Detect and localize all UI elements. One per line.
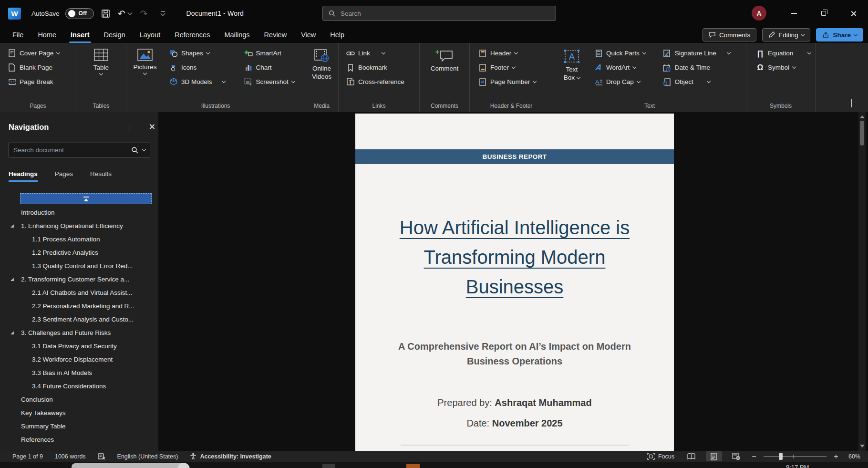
collapse-triangle-icon[interactable]: ◢ <box>10 277 21 281</box>
close-button[interactable] <box>838 0 868 27</box>
heading-item[interactable]: ◢1. Enhancing Operational Efficiency <box>0 219 158 232</box>
date-time-button[interactable]: Date & Time <box>659 61 734 74</box>
table-button[interactable]: Table <box>93 47 109 99</box>
footer-button[interactable]: Footer <box>475 61 540 74</box>
business-report-banner[interactable]: BUSINESS REPORT <box>355 149 674 164</box>
heading-item[interactable]: References <box>0 433 158 446</box>
heading-item[interactable]: 1.3 Quality Control and Error Red... <box>0 259 158 272</box>
zoom-out-button[interactable]: − <box>751 452 757 461</box>
share-button[interactable]: Share <box>816 28 863 42</box>
proofing-errors-button[interactable] <box>95 453 108 460</box>
tab-view[interactable]: View <box>294 27 323 43</box>
tab-review[interactable]: Review <box>257 27 294 43</box>
bookmark-button[interactable]: Bookmark <box>342 61 408 74</box>
cross-reference-button[interactable]: Cross-reference <box>342 75 408 88</box>
document-main-title[interactable]: How Artificial Intelligence is Transform… <box>355 213 674 302</box>
link-button[interactable]: Link <box>342 47 408 60</box>
heading-item[interactable]: 3.2 Workforce Displacement <box>0 353 158 366</box>
editing-button[interactable]: Editing <box>762 28 810 42</box>
page-number-button[interactable]: Page Number <box>475 75 540 88</box>
zoom-percentage[interactable]: 60% <box>846 453 863 460</box>
object-button[interactable]: Object <box>659 75 734 88</box>
heading-item[interactable]: 3.1 Data Privacy and Security <box>0 339 158 353</box>
language-selector[interactable]: English (United States) <box>114 453 181 460</box>
nav-search-input[interactable] <box>13 146 127 154</box>
tab-insert[interactable]: Insert <box>63 27 97 43</box>
heading-item[interactable]: Key Takeaways <box>0 406 158 419</box>
heading-item[interactable]: 3.3 Bias in AI Models <box>0 366 158 379</box>
heading-item[interactable]: Conclusion <box>0 393 158 406</box>
zoom-slider-thumb[interactable] <box>779 453 783 460</box>
wordart-button[interactable]: A WordArt <box>590 61 650 74</box>
tab-design[interactable]: Design <box>97 27 133 43</box>
nav-tab-pages[interactable]: Pages <box>55 170 73 182</box>
page-info[interactable]: Page 1 of 9 <box>10 453 46 460</box>
read-mode-button[interactable] <box>683 451 700 461</box>
nav-tab-results[interactable]: Results <box>90 170 112 182</box>
shapes-button[interactable]: Shapes <box>165 47 229 60</box>
word-count[interactable]: 1006 words <box>52 453 89 460</box>
document-subtitle[interactable]: A Comprehensive Report on AI’s Impact on… <box>355 339 674 369</box>
undo-button[interactable]: ↶ <box>118 6 132 21</box>
minimize-button[interactable] <box>779 0 809 27</box>
tab-layout[interactable]: Layout <box>133 27 168 43</box>
cover-page-button[interactable]: Cover Page <box>4 47 63 60</box>
heading-item[interactable]: 3.4 Future Considerations <box>0 379 158 393</box>
focus-mode-button[interactable]: Focus <box>644 453 677 460</box>
pane-options-button[interactable] <box>130 125 130 133</box>
scroll-down-arrow[interactable] <box>860 445 865 447</box>
equation-button[interactable]: ∏ Equation <box>752 47 815 60</box>
heading-item[interactable]: Introduction <box>0 206 158 219</box>
collapse-triangle-icon[interactable]: ◢ <box>10 330 21 335</box>
pictures-button[interactable]: Pictures <box>129 47 161 99</box>
heading-item[interactable]: ◢3. Challenges and Future Risks <box>0 326 158 339</box>
heading-item[interactable]: 2.1 AI Chatbots and Virtual Assist... <box>0 286 158 299</box>
comment-button[interactable]: Comment <box>431 47 459 99</box>
signature-line-button[interactable]: Signature Line <box>659 47 734 60</box>
autosave-toggle[interactable]: Off <box>65 8 94 19</box>
drop-cap-button[interactable]: A Drop Cap <box>590 75 650 88</box>
page-break-button[interactable]: Page Break <box>4 75 63 88</box>
screenshot-button[interactable]: Screenshot <box>240 75 299 88</box>
chart-button[interactable]: Chart <box>240 61 299 74</box>
save-button[interactable] <box>99 6 113 21</box>
nav-tab-headings[interactable]: Headings <box>9 170 38 182</box>
date-line[interactable]: Date: November 2025 <box>355 418 674 429</box>
prepared-by-line[interactable]: Prepared by: Ashraqat Muhammad <box>355 397 674 408</box>
collapse-triangle-icon[interactable]: ◢ <box>10 223 21 228</box>
accessibility-checker[interactable]: Accessibility: Investigate <box>187 453 274 460</box>
tab-mailings[interactable]: Mailings <box>217 27 257 43</box>
header-button[interactable]: Header <box>475 47 540 60</box>
comments-button[interactable]: Comments <box>703 28 756 42</box>
avatar[interactable]: A <box>752 6 766 21</box>
vertical-scrollbar[interactable] <box>858 112 866 451</box>
3d-models-button[interactable]: 3D Models <box>165 75 229 88</box>
heading-item[interactable]: ◢2. Transforming Customer Service a... <box>0 272 158 286</box>
tab-references[interactable]: References <box>167 27 217 43</box>
symbol-button[interactable]: Ω Symbol <box>752 61 815 74</box>
search-options-chevron-icon[interactable] <box>142 147 146 151</box>
print-layout-button[interactable] <box>706 451 722 461</box>
scroll-up-arrow[interactable] <box>860 115 865 118</box>
document-page[interactable]: BUSINESS REPORT How Artificial Intellige… <box>355 114 674 451</box>
heading-item[interactable]: 2.2 Personalized Marketing and R... <box>0 299 158 312</box>
redo-button[interactable]: ↷ <box>137 6 151 21</box>
selected-heading-item[interactable] <box>20 193 152 204</box>
customize-quick-access-button[interactable] <box>156 6 170 21</box>
online-videos-button[interactable]: Online Videos <box>312 47 331 99</box>
zoom-slider[interactable] <box>764 451 827 461</box>
heading-item[interactable]: Summary Table <box>0 419 158 433</box>
text-box-button[interactable]: A Text Box <box>557 47 587 99</box>
tab-help[interactable]: Help <box>323 27 351 43</box>
restore-button[interactable] <box>809 0 838 27</box>
collapse-ribbon-button[interactable] <box>851 99 852 107</box>
heading-item[interactable]: 1.1 Process Automation <box>0 232 158 246</box>
web-layout-button[interactable] <box>728 451 744 461</box>
nav-search-box[interactable] <box>9 143 150 157</box>
zoom-in-button[interactable]: + <box>833 452 839 461</box>
smartart-button[interactable]: SmartArt <box>240 47 299 60</box>
search-icon[interactable] <box>131 146 139 154</box>
heading-item[interactable]: 1.2 Predictive Analytics <box>0 246 158 259</box>
tab-home[interactable]: Home <box>31 27 63 43</box>
search-input[interactable] <box>341 10 550 17</box>
